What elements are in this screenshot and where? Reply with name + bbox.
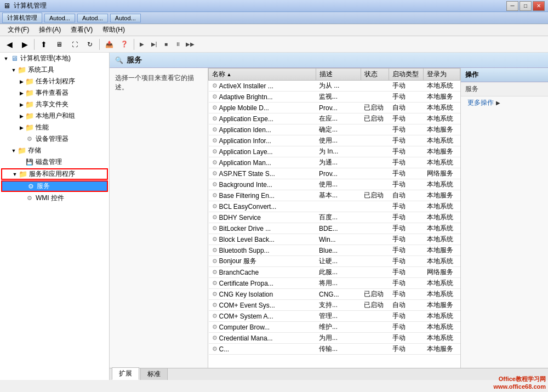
table-row[interactable]: ⚙ Application Laye... 为 In... 手动 本地服务 xyxy=(209,146,460,157)
taskbar-item-2[interactable]: Autod... xyxy=(44,14,75,22)
col-desc[interactable]: 描述 xyxy=(316,69,361,81)
play-next-button[interactable]: ▶| xyxy=(149,39,159,50)
service-startup: 手动 xyxy=(389,168,424,179)
pause-button[interactable]: ⏸ xyxy=(173,39,184,50)
up-button[interactable]: ⬆ xyxy=(37,38,51,51)
service-startup: 手动 xyxy=(389,344,424,355)
window-controls[interactable]: ─ □ ✕ xyxy=(506,1,545,11)
table-row[interactable]: ⚙ COM+ System A... 管理... 手动 本地系统 xyxy=(209,311,460,322)
table-row[interactable]: ⚙ BDHY Service 百度... 手动 本地系统 xyxy=(209,212,460,223)
table-row[interactable]: ⚙ Credential Mana... 为用... 手动 本地系统 xyxy=(209,333,460,344)
table-row[interactable]: ⚙ CNG Key Isolation CNG... 已启动 手动 本地系统 xyxy=(209,289,460,300)
service-name: COM+ Event Sys... xyxy=(219,302,275,309)
table-row[interactable]: ⚙ BranchCache 此服... 手动 网络服务 xyxy=(209,267,460,278)
menu-view[interactable]: 查看(V) xyxy=(66,24,97,36)
sidebar-item-shared-folders[interactable]: ▶ 📁 共享文件夹 xyxy=(0,99,109,110)
maximize-button[interactable]: □ xyxy=(520,1,532,11)
table-row[interactable]: ⚙ Adaptive Brightn... 监视... 手动 本地服务 xyxy=(209,92,460,103)
table-row[interactable]: ⚙ Bonjour 服务 让硬... 手动 本地系统 xyxy=(209,256,460,267)
taskbar-item-3[interactable]: Autod... xyxy=(77,14,108,22)
performance-expand[interactable]: ▶ xyxy=(18,124,25,132)
service-status xyxy=(361,179,389,190)
event-viewer-expand[interactable]: ▶ xyxy=(18,89,25,97)
sidebar-item-services[interactable]: ⚙ 服务 xyxy=(1,180,108,192)
root-expand[interactable]: ▼ xyxy=(2,55,10,63)
local-users-expand[interactable]: ▶ xyxy=(18,112,25,120)
service-icon: ⚙ xyxy=(212,104,218,111)
forward-button[interactable]: ▶ xyxy=(18,38,32,51)
table-row[interactable]: ⚙ Application Man... 为通... 手动 本地系统 xyxy=(209,157,460,168)
service-name: Computer Brow... xyxy=(219,323,270,331)
table-row[interactable]: ⚙ Application Expe... 在应... 已启动 手动 本地系统 xyxy=(209,113,460,124)
services-apps-expand[interactable]: ▼ xyxy=(11,171,19,178)
menu-file[interactable]: 文件(F) xyxy=(3,24,33,36)
stop-button[interactable]: ⛶ xyxy=(67,38,82,51)
table-row[interactable]: ⚙ ASP.NET State S... Prov... 手动 网络服务 xyxy=(209,168,460,179)
table-row[interactable]: ⚙ Base Filtering En... 基本... 已启动 自动 本地服务 xyxy=(209,190,460,201)
sidebar-item-task-scheduler[interactable]: ▶ 📁 任务计划程序 xyxy=(0,76,109,87)
service-desc: 基本... xyxy=(316,190,361,201)
table-row[interactable]: ⚙ Application Infor... 使用... 手动 本地系统 xyxy=(209,135,460,146)
services-table-wrap[interactable]: 名称 描述 状态 启动类型 登录为 ⚙ ActiveX Installer ..… xyxy=(208,68,460,368)
sidebar-item-storage[interactable]: ▼ 📁 存储 xyxy=(0,145,109,156)
col-status[interactable]: 状态 xyxy=(361,69,389,81)
minimize-button[interactable]: ─ xyxy=(506,1,518,11)
tab-expand[interactable]: 扩展 xyxy=(112,367,139,380)
task-scheduler-expand[interactable]: ▶ xyxy=(18,78,25,86)
service-desc: 在应... xyxy=(316,113,361,124)
table-row[interactable]: ⚙ Background Inte... 使用... 手动 本地系统 xyxy=(209,179,460,190)
sidebar-item-device-manager[interactable]: ⚙ 设备管理器 xyxy=(0,133,109,145)
service-status xyxy=(361,135,389,146)
show-hide-button[interactable]: 🖥 xyxy=(52,38,66,51)
next-button[interactable]: ▶▶ xyxy=(185,39,196,50)
service-name: COM+ System A... xyxy=(219,313,273,320)
sidebar-item-wmi[interactable]: ⚙ WMI 控件 xyxy=(0,192,109,204)
table-row[interactable]: ⚙ Application Iden... 确定... 手动 本地服务 xyxy=(209,124,460,135)
table-row[interactable]: ⚙ Block Level Back... Win... 手动 本地系统 xyxy=(209,234,460,245)
menu-help[interactable]: 帮助(H) xyxy=(98,24,129,36)
title-area: 🖥 计算机管理 xyxy=(3,1,506,10)
stop-play-button[interactable]: ■ xyxy=(161,39,172,50)
tab-standard[interactable]: 标准 xyxy=(140,368,168,380)
sidebar-item-local-users[interactable]: ▶ 📁 本地用户和组 xyxy=(0,110,109,122)
sidebar-item-system-tools[interactable]: ▼ 📁 系统工具 xyxy=(0,64,109,76)
more-actions-item[interactable]: 更多操作 ▶ xyxy=(461,96,548,109)
table-row[interactable]: ⚙ Apple Mobile D... Prov... 已启动 自动 本地系统 xyxy=(209,103,460,113)
table-row[interactable]: ⚙ ActiveX Installer ... 为从 ... 手动 本地系统 xyxy=(209,81,460,92)
sidebar-item-performance[interactable]: ▶ 📁 性能 xyxy=(0,122,109,133)
taskbar-item-1[interactable]: 计算机管理 xyxy=(2,13,42,23)
sidebar-item-services-apps[interactable]: ▼ 📁 服务和应用程序 xyxy=(1,168,108,180)
table-row[interactable]: ⚙ Computer Brow... 维护... 手动 本地系统 xyxy=(209,322,460,333)
table-row[interactable]: ⚙ COM+ Event Sys... 支持... 已启动 自动 本地服务 xyxy=(209,300,460,311)
tree-root[interactable]: ▼ 🖥 计算机管理(本地) xyxy=(0,53,109,64)
service-name: Application Iden... xyxy=(219,126,271,134)
refresh-button[interactable]: ↻ xyxy=(83,38,97,51)
help-button[interactable]: ❓ xyxy=(117,38,132,51)
table-row[interactable]: ⚙ Bluetooth Supp... Blue... 手动 本地服务 xyxy=(209,245,460,256)
storage-expand[interactable]: ▼ xyxy=(10,147,18,155)
table-row[interactable]: ⚙ BCL EasyConvert... 手动 本地系统 xyxy=(209,201,460,212)
col-logon[interactable]: 登录为 xyxy=(424,69,460,81)
play-button[interactable]: ▶ xyxy=(136,39,147,50)
export-button[interactable]: 📤 xyxy=(102,38,116,51)
sidebar-item-disk-management[interactable]: 💾 磁盘管理 xyxy=(0,156,109,168)
table-row[interactable]: ⚙ C... 传输... 手动 本地服务 xyxy=(209,344,460,355)
service-desc: 此服... xyxy=(316,267,361,278)
col-name[interactable]: 名称 xyxy=(209,69,316,81)
taskbar-item-4[interactable]: Autod... xyxy=(110,14,141,22)
service-status xyxy=(361,333,389,344)
system-tools-expand[interactable]: ▼ xyxy=(10,66,18,74)
shared-folders-expand[interactable]: ▶ xyxy=(18,101,25,109)
toolbar: ◀ ▶ ⬆ 🖥 ⛶ ↻ 📤 ❓ ▶ ▶| ■ ⏸ ▶▶ xyxy=(0,36,548,53)
menu-action[interactable]: 操作(A) xyxy=(35,24,65,36)
col-startup[interactable]: 启动类型 xyxy=(389,69,424,81)
services-table: 名称 描述 状态 启动类型 登录为 ⚙ ActiveX Installer ..… xyxy=(208,68,460,355)
close-button[interactable]: ✕ xyxy=(533,1,545,11)
table-row[interactable]: ⚙ BitLocker Drive ... BDE... 手动 本地系统 xyxy=(209,223,460,234)
service-status xyxy=(361,311,389,322)
back-button[interactable]: ◀ xyxy=(2,38,16,51)
sidebar-item-event-viewer[interactable]: ▶ 📁 事件查看器 xyxy=(0,87,109,99)
task-scheduler-label: 任务计划程序 xyxy=(36,77,75,86)
table-row[interactable]: ⚙ Certificate Propa... 将用... 手动 本地系统 xyxy=(209,278,460,289)
services-list: ⚙ ActiveX Installer ... 为从 ... 手动 本地系统 ⚙… xyxy=(209,81,460,355)
